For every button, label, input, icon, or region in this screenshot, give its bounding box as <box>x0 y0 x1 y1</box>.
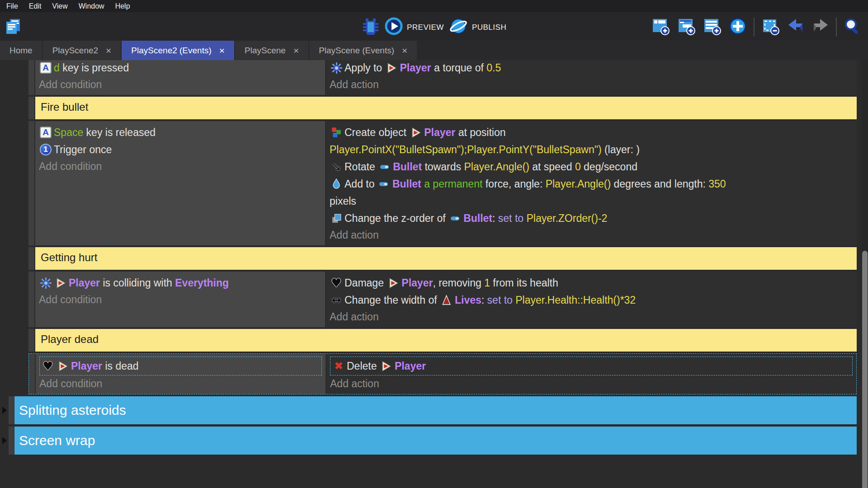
undo-button[interactable] <box>786 17 805 37</box>
text-segment: 1 <box>484 277 490 289</box>
event-gutter[interactable] <box>28 247 34 270</box>
text-segment: Change the width of <box>344 294 440 306</box>
row-left-margin <box>0 272 28 327</box>
event-gutter[interactable] <box>9 396 14 424</box>
add-subevent-button[interactable] <box>676 16 696 38</box>
actions-cell: ♥Damage Player, removing 1 from its heal… <box>326 272 857 327</box>
action-line[interactable]: ✖Delete Player <box>332 357 851 375</box>
tab-label: PlayScene <box>245 46 286 56</box>
add-condition-link[interactable]: Add condition <box>39 160 321 173</box>
add-condition-link[interactable]: Add condition <box>39 377 322 390</box>
bullet-icon <box>378 160 392 173</box>
text-segment: Trigger once <box>54 144 112 156</box>
event-gutter[interactable] <box>28 97 34 119</box>
publish-button[interactable]: PUBLISH <box>448 16 506 38</box>
tab-label: Home <box>9 46 33 56</box>
row-left-margin <box>0 247 28 270</box>
action-line[interactable]: Add to Bullet a permanent force, angle: … <box>330 175 853 192</box>
tab-playscene2[interactable]: PlayScene2× <box>43 41 121 60</box>
add-action-link[interactable]: Add action <box>330 228 853 242</box>
group-title[interactable]: Screen wrap <box>14 427 857 455</box>
action-line[interactable]: pixels <box>330 192 853 210</box>
add-action-link[interactable]: Add action <box>330 78 853 91</box>
text-segment: key is released <box>83 127 156 139</box>
health-icon: ♥ <box>330 277 343 289</box>
add-event-button[interactable] <box>651 16 670 38</box>
event-gutter[interactable] <box>28 60 34 95</box>
add-event-icon <box>651 30 670 38</box>
action-line[interactable]: ↔Change the width of Lives: set to Playe… <box>330 291 853 309</box>
group-collapse-button[interactable] <box>0 396 9 424</box>
menu-item-file[interactable]: File <box>1 0 24 12</box>
condition-line[interactable]: 1Trigger once <box>39 141 321 158</box>
add-condition-link[interactable]: Add condition <box>39 293 321 306</box>
comment-text[interactable]: Player dead <box>35 329 857 352</box>
tab-playscene-events[interactable]: PlayScene (Events)× <box>309 41 417 60</box>
add-choose-event-button[interactable] <box>728 16 748 38</box>
condition-line[interactable]: Player is colliding with Everything <box>39 274 321 291</box>
add-condition-link[interactable]: Add condition <box>39 78 321 91</box>
event-row-selected[interactable]: ♥Player is deadAdd condition✖Delete Play… <box>0 353 868 394</box>
add-action-link[interactable]: Add action <box>330 310 853 324</box>
text-segment: degrees and length: <box>611 178 708 190</box>
menu-item-view[interactable]: View <box>47 0 73 12</box>
row-left-margin <box>0 60 28 95</box>
event-gutter[interactable] <box>28 329 34 352</box>
add-comment-button[interactable] <box>702 16 722 38</box>
search-button[interactable] <box>843 17 862 38</box>
rotate-icon: ↘ <box>330 160 343 173</box>
event-gutter[interactable] <box>28 121 34 245</box>
add-action-link[interactable]: Add action <box>330 377 853 390</box>
tab-playscene2-events[interactable]: PlayScene2 (Events)× <box>122 41 234 60</box>
tab-playscene[interactable]: PlayScene× <box>235 41 308 60</box>
text-segment: Change the z-order of <box>344 212 448 225</box>
event-row[interactable]: ASpace key is released1Trigger onceAdd c… <box>0 121 868 245</box>
comment-text[interactable]: Fire bullet <box>35 97 857 119</box>
comment-text[interactable]: Getting hurt <box>35 247 857 270</box>
preview-button[interactable]: PREVIEW <box>384 17 444 38</box>
tab-close-icon[interactable]: × <box>219 46 225 55</box>
event-gutter[interactable] <box>28 272 34 327</box>
action-line[interactable]: Create object Player at position <box>330 124 853 141</box>
menu-item-edit[interactable]: Edit <box>24 0 47 12</box>
tab-home[interactable]: Home <box>0 41 42 60</box>
redo-button[interactable] <box>811 17 830 37</box>
action-line[interactable]: ♥Damage Player, removing 1 from its heal… <box>330 274 853 291</box>
group-title[interactable]: Splitting asteroids <box>14 396 857 424</box>
project-manager-button[interactable] <box>4 29 23 37</box>
tab-close-icon[interactable]: × <box>402 46 407 55</box>
event-gutter[interactable] <box>29 354 35 394</box>
action-line[interactable]: ↘Rotate Bullet towards Player.Angle() at… <box>330 158 853 175</box>
bullet-icon <box>377 178 391 190</box>
remove-event-button[interactable] <box>760 16 780 38</box>
action-line[interactable]: Apply to Player a torque of 0.5 <box>330 60 853 76</box>
menu-item-help[interactable]: Help <box>110 0 136 12</box>
undo-icon <box>786 29 805 37</box>
debug-button[interactable] <box>362 17 380 38</box>
selected-instruction-box: ✖Delete Player <box>330 357 853 375</box>
player-icon <box>54 277 67 289</box>
condition-line[interactable]: ♥Player is dead <box>41 357 320 375</box>
text-segment: , removing <box>433 277 484 289</box>
menu-item-window[interactable]: Window <box>73 0 110 12</box>
tab-close-icon[interactable]: × <box>293 46 299 55</box>
scrollbar[interactable] <box>862 60 868 488</box>
group-collapse-button[interactable] <box>0 427 9 455</box>
condition-line[interactable]: ASpace key is released <box>39 124 321 141</box>
preview-label: PREVIEW <box>407 23 444 32</box>
scrollbar-thumb[interactable] <box>862 251 868 488</box>
row-left-margin <box>0 329 28 352</box>
action-line[interactable]: Change the z-order of Bullet: set to Pla… <box>330 210 853 227</box>
actions-cell: Create object Player at positionPlayer.P… <box>326 121 857 245</box>
force-icon <box>330 178 343 190</box>
event-row[interactable]: Ad key is pressedAdd conditionApply to P… <box>0 60 868 95</box>
condition-line[interactable]: Ad key is pressed <box>39 60 321 76</box>
text-segment: Player.Angle() <box>546 178 611 190</box>
event-row[interactable]: Player is colliding with EverythingAdd c… <box>0 272 868 327</box>
event-gutter[interactable] <box>9 427 14 455</box>
tab-bar: HomePlayScene2×PlayScene2 (Events)×PlayS… <box>0 41 868 60</box>
text-segment: (layer: ) <box>602 144 640 156</box>
tab-close-icon[interactable]: × <box>106 46 111 55</box>
action-line[interactable]: Player.PointX("BulletSpawn");Player.Poin… <box>330 141 853 158</box>
text-segment: Lives <box>455 294 481 306</box>
